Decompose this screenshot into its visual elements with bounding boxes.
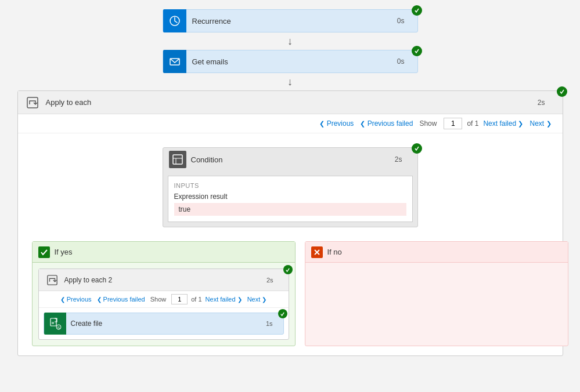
svg-rect-2 xyxy=(27,97,38,108)
create-file-label: Create file xyxy=(66,320,266,328)
branch-no-header: If no xyxy=(305,242,568,263)
outer-body: Condition 2s INPUTS Expression result tr… xyxy=(18,133,563,355)
of-label-inner: of 1 xyxy=(191,296,201,303)
condition-label: Condition xyxy=(191,155,395,164)
show-label-inner: Show xyxy=(150,296,167,303)
loop-icon xyxy=(24,94,41,111)
apply-to-each-2: Apply to each 2 2s ❮ Previous xyxy=(38,268,289,340)
email-icon xyxy=(163,50,186,73)
get-emails-label: Get emails xyxy=(186,57,397,66)
create-file-check xyxy=(278,309,287,318)
apply-to-each-check xyxy=(557,86,567,97)
inputs-label: INPUTS xyxy=(174,182,406,189)
branch-yes: If yes xyxy=(32,241,296,346)
of-label-outer: of 1 xyxy=(467,119,478,128)
show-label-outer: Show xyxy=(419,119,437,128)
recurrence-duration: 0s xyxy=(397,17,417,25)
next-failed-outer-btn[interactable]: Next failed ❯ xyxy=(483,119,523,128)
pagination-inner: ❮ Previous ❮ Previous failed Show of 1 xyxy=(39,291,289,308)
svg-text:S: S xyxy=(57,325,60,330)
create-file-icon: S xyxy=(44,313,66,335)
condition-header: Condition 2s xyxy=(163,148,417,171)
arrow-2: ↓ xyxy=(287,73,293,90)
canvas: Recurrence 0s ↓ Get emails 0s xyxy=(0,0,580,392)
prev-outer-btn[interactable]: ❮ Previous xyxy=(319,119,354,128)
flow-container: Recurrence 0s ↓ Get emails 0s xyxy=(0,0,580,356)
condition-body: INPUTS Expression result true xyxy=(168,176,413,222)
page-input-inner[interactable] xyxy=(171,294,188,304)
condition-card[interactable]: Condition 2s INPUTS Expression result tr… xyxy=(163,147,418,227)
loop-icon-2 xyxy=(44,271,61,289)
prev-failed-inner-btn[interactable]: ❮ Previous failed xyxy=(97,296,145,303)
pagination-outer: ❮ Previous ❮ Previous failed Show of 1 N… xyxy=(18,114,563,133)
arrow-1: ↓ xyxy=(287,32,293,50)
condition-check xyxy=(412,143,422,154)
check-icon-yes xyxy=(38,246,50,258)
if-yes-label: If yes xyxy=(55,248,73,256)
get-emails-check xyxy=(412,46,422,56)
branches-row: If yes xyxy=(27,237,573,351)
apply-to-each-2-duration: 2s xyxy=(266,277,284,284)
recurrence-icon xyxy=(163,9,186,32)
next-inner-btn[interactable]: Next ❯ xyxy=(247,296,267,303)
prev-failed-outer-btn[interactable]: ❮ Previous failed xyxy=(360,119,413,128)
apply-to-each-label: Apply to each xyxy=(46,98,538,107)
condition-icon xyxy=(169,151,186,168)
branch-yes-header: If yes xyxy=(33,242,295,263)
get-emails-step[interactable]: Get emails 0s xyxy=(163,50,418,73)
apply-to-each-2-check xyxy=(283,265,293,274)
recurrence-check xyxy=(412,5,422,16)
branch-no: If no xyxy=(305,241,568,346)
expr-result-label: Expression result xyxy=(174,193,406,201)
condition-duration: 2s xyxy=(395,155,412,164)
recurrence-step[interactable]: Recurrence 0s xyxy=(163,9,418,32)
svg-rect-6 xyxy=(47,275,56,284)
apply-to-each-2-header[interactable]: Apply to each 2 2s xyxy=(39,269,289,291)
next-failed-inner-btn[interactable]: Next failed ❯ xyxy=(206,296,242,303)
apply-to-each-header[interactable]: Apply to each 2s xyxy=(18,91,563,114)
apply-to-each-2-label: Apply to each 2 xyxy=(64,276,266,284)
apply-to-each-outer: Apply to each 2s ❮ Previous ❮ Previous f… xyxy=(17,90,563,356)
prev-inner-btn[interactable]: ❮ Previous xyxy=(60,296,92,303)
page-input-outer[interactable] xyxy=(444,118,462,129)
apply-to-each-duration: 2s xyxy=(538,99,557,107)
get-emails-duration: 0s xyxy=(397,57,417,66)
recurrence-label: Recurrence xyxy=(186,17,397,26)
create-file-duration: 1s xyxy=(266,320,283,327)
expr-result-value: true xyxy=(174,203,406,216)
if-no-label: If no xyxy=(327,248,342,256)
svg-rect-3 xyxy=(173,155,182,164)
x-icon-no xyxy=(311,246,323,258)
create-file-card[interactable]: S Create file 1s xyxy=(44,313,284,335)
condition-section: Condition 2s INPUTS Expression result tr… xyxy=(27,138,553,237)
next-outer-btn[interactable]: Next ❯ xyxy=(529,119,551,128)
